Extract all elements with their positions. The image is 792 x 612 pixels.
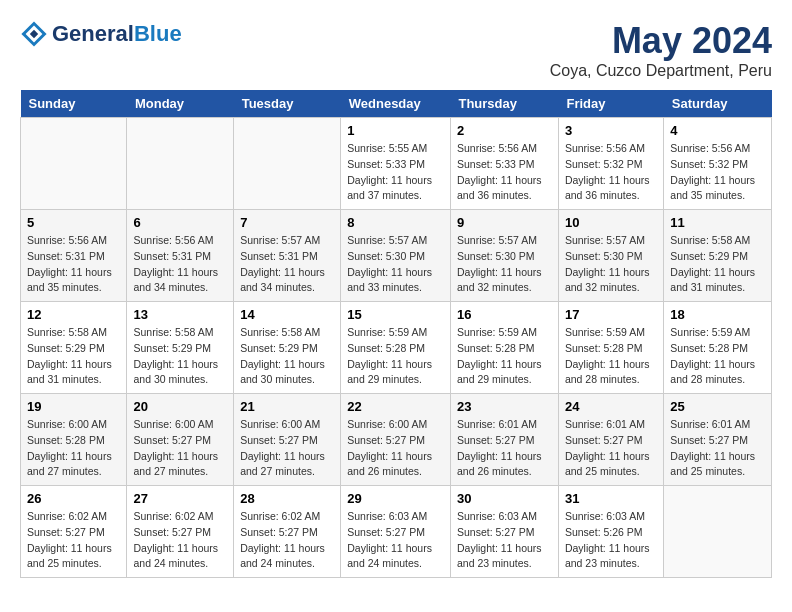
day-info: Sunrise: 6:00 AMSunset: 5:27 PMDaylight:… — [240, 417, 334, 480]
day-number: 29 — [347, 491, 444, 506]
calendar-cell: 2Sunrise: 5:56 AMSunset: 5:33 PMDaylight… — [450, 118, 558, 210]
day-of-week-header: Sunday — [21, 90, 127, 118]
calendar-cell: 22Sunrise: 6:00 AMSunset: 5:27 PMDayligh… — [341, 394, 451, 486]
calendar-body: 1Sunrise: 5:55 AMSunset: 5:33 PMDaylight… — [21, 118, 772, 578]
day-info: Sunrise: 5:59 AMSunset: 5:28 PMDaylight:… — [347, 325, 444, 388]
calendar-cell: 18Sunrise: 5:59 AMSunset: 5:28 PMDayligh… — [664, 302, 772, 394]
calendar-cell: 26Sunrise: 6:02 AMSunset: 5:27 PMDayligh… — [21, 486, 127, 578]
day-number: 20 — [133, 399, 227, 414]
day-number: 23 — [457, 399, 552, 414]
day-info: Sunrise: 5:58 AMSunset: 5:29 PMDaylight:… — [670, 233, 765, 296]
day-info: Sunrise: 5:59 AMSunset: 5:28 PMDaylight:… — [565, 325, 657, 388]
logo-icon — [20, 20, 48, 48]
day-info: Sunrise: 6:02 AMSunset: 5:27 PMDaylight:… — [240, 509, 334, 572]
day-info: Sunrise: 6:00 AMSunset: 5:27 PMDaylight:… — [347, 417, 444, 480]
location: Coya, Cuzco Department, Peru — [550, 62, 772, 80]
day-number: 5 — [27, 215, 120, 230]
day-number: 27 — [133, 491, 227, 506]
day-info: Sunrise: 5:59 AMSunset: 5:28 PMDaylight:… — [457, 325, 552, 388]
calendar-week-row: 5Sunrise: 5:56 AMSunset: 5:31 PMDaylight… — [21, 210, 772, 302]
calendar-cell: 14Sunrise: 5:58 AMSunset: 5:29 PMDayligh… — [234, 302, 341, 394]
logo: GeneralBlue — [20, 20, 182, 48]
calendar-cell: 31Sunrise: 6:03 AMSunset: 5:26 PMDayligh… — [558, 486, 663, 578]
day-number: 4 — [670, 123, 765, 138]
day-number: 15 — [347, 307, 444, 322]
day-info: Sunrise: 5:57 AMSunset: 5:30 PMDaylight:… — [347, 233, 444, 296]
calendar-cell — [234, 118, 341, 210]
day-number: 24 — [565, 399, 657, 414]
calendar-cell: 12Sunrise: 5:58 AMSunset: 5:29 PMDayligh… — [21, 302, 127, 394]
day-number: 13 — [133, 307, 227, 322]
day-info: Sunrise: 5:56 AMSunset: 5:32 PMDaylight:… — [565, 141, 657, 204]
day-info: Sunrise: 6:01 AMSunset: 5:27 PMDaylight:… — [565, 417, 657, 480]
calendar-week-row: 26Sunrise: 6:02 AMSunset: 5:27 PMDayligh… — [21, 486, 772, 578]
calendar-cell: 23Sunrise: 6:01 AMSunset: 5:27 PMDayligh… — [450, 394, 558, 486]
day-info: Sunrise: 6:01 AMSunset: 5:27 PMDaylight:… — [670, 417, 765, 480]
day-info: Sunrise: 5:58 AMSunset: 5:29 PMDaylight:… — [27, 325, 120, 388]
day-number: 17 — [565, 307, 657, 322]
day-info: Sunrise: 6:03 AMSunset: 5:27 PMDaylight:… — [457, 509, 552, 572]
calendar-cell — [664, 486, 772, 578]
day-number: 26 — [27, 491, 120, 506]
day-number: 31 — [565, 491, 657, 506]
day-info: Sunrise: 5:56 AMSunset: 5:32 PMDaylight:… — [670, 141, 765, 204]
calendar-header-row: SundayMondayTuesdayWednesdayThursdayFrid… — [21, 90, 772, 118]
day-number: 14 — [240, 307, 334, 322]
calendar-cell: 27Sunrise: 6:02 AMSunset: 5:27 PMDayligh… — [127, 486, 234, 578]
calendar-week-row: 12Sunrise: 5:58 AMSunset: 5:29 PMDayligh… — [21, 302, 772, 394]
day-info: Sunrise: 6:03 AMSunset: 5:26 PMDaylight:… — [565, 509, 657, 572]
day-number: 25 — [670, 399, 765, 414]
day-info: Sunrise: 5:55 AMSunset: 5:33 PMDaylight:… — [347, 141, 444, 204]
day-number: 3 — [565, 123, 657, 138]
day-number: 19 — [27, 399, 120, 414]
day-number: 21 — [240, 399, 334, 414]
calendar-week-row: 1Sunrise: 5:55 AMSunset: 5:33 PMDaylight… — [21, 118, 772, 210]
calendar-cell: 29Sunrise: 6:03 AMSunset: 5:27 PMDayligh… — [341, 486, 451, 578]
day-of-week-header: Thursday — [450, 90, 558, 118]
day-number: 1 — [347, 123, 444, 138]
day-number: 11 — [670, 215, 765, 230]
calendar-cell — [127, 118, 234, 210]
day-number: 30 — [457, 491, 552, 506]
day-of-week-header: Wednesday — [341, 90, 451, 118]
calendar-cell: 10Sunrise: 5:57 AMSunset: 5:30 PMDayligh… — [558, 210, 663, 302]
calendar-cell: 7Sunrise: 5:57 AMSunset: 5:31 PMDaylight… — [234, 210, 341, 302]
day-of-week-header: Tuesday — [234, 90, 341, 118]
calendar-cell: 20Sunrise: 6:00 AMSunset: 5:27 PMDayligh… — [127, 394, 234, 486]
calendar-cell: 21Sunrise: 6:00 AMSunset: 5:27 PMDayligh… — [234, 394, 341, 486]
calendar-cell: 4Sunrise: 5:56 AMSunset: 5:32 PMDaylight… — [664, 118, 772, 210]
day-number: 2 — [457, 123, 552, 138]
calendar-cell: 16Sunrise: 5:59 AMSunset: 5:28 PMDayligh… — [450, 302, 558, 394]
day-info: Sunrise: 5:57 AMSunset: 5:31 PMDaylight:… — [240, 233, 334, 296]
day-info: Sunrise: 6:02 AMSunset: 5:27 PMDaylight:… — [133, 509, 227, 572]
calendar-cell: 11Sunrise: 5:58 AMSunset: 5:29 PMDayligh… — [664, 210, 772, 302]
day-info: Sunrise: 6:00 AMSunset: 5:28 PMDaylight:… — [27, 417, 120, 480]
day-of-week-header: Friday — [558, 90, 663, 118]
day-number: 16 — [457, 307, 552, 322]
logo-text: GeneralBlue — [52, 22, 182, 46]
calendar-cell: 9Sunrise: 5:57 AMSunset: 5:30 PMDaylight… — [450, 210, 558, 302]
day-number: 6 — [133, 215, 227, 230]
month-title: May 2024 — [550, 20, 772, 62]
day-of-week-header: Monday — [127, 90, 234, 118]
calendar-cell: 24Sunrise: 6:01 AMSunset: 5:27 PMDayligh… — [558, 394, 663, 486]
day-info: Sunrise: 5:57 AMSunset: 5:30 PMDaylight:… — [565, 233, 657, 296]
day-info: Sunrise: 5:56 AMSunset: 5:33 PMDaylight:… — [457, 141, 552, 204]
calendar-cell: 5Sunrise: 5:56 AMSunset: 5:31 PMDaylight… — [21, 210, 127, 302]
day-number: 10 — [565, 215, 657, 230]
calendar-cell: 15Sunrise: 5:59 AMSunset: 5:28 PMDayligh… — [341, 302, 451, 394]
day-info: Sunrise: 5:56 AMSunset: 5:31 PMDaylight:… — [27, 233, 120, 296]
calendar-week-row: 19Sunrise: 6:00 AMSunset: 5:28 PMDayligh… — [21, 394, 772, 486]
day-number: 18 — [670, 307, 765, 322]
day-number: 22 — [347, 399, 444, 414]
calendar-cell: 6Sunrise: 5:56 AMSunset: 5:31 PMDaylight… — [127, 210, 234, 302]
day-number: 7 — [240, 215, 334, 230]
day-info: Sunrise: 5:59 AMSunset: 5:28 PMDaylight:… — [670, 325, 765, 388]
calendar-cell: 13Sunrise: 5:58 AMSunset: 5:29 PMDayligh… — [127, 302, 234, 394]
day-info: Sunrise: 6:01 AMSunset: 5:27 PMDaylight:… — [457, 417, 552, 480]
day-info: Sunrise: 5:57 AMSunset: 5:30 PMDaylight:… — [457, 233, 552, 296]
day-info: Sunrise: 5:58 AMSunset: 5:29 PMDaylight:… — [240, 325, 334, 388]
day-info: Sunrise: 6:03 AMSunset: 5:27 PMDaylight:… — [347, 509, 444, 572]
calendar-cell: 8Sunrise: 5:57 AMSunset: 5:30 PMDaylight… — [341, 210, 451, 302]
day-number: 8 — [347, 215, 444, 230]
